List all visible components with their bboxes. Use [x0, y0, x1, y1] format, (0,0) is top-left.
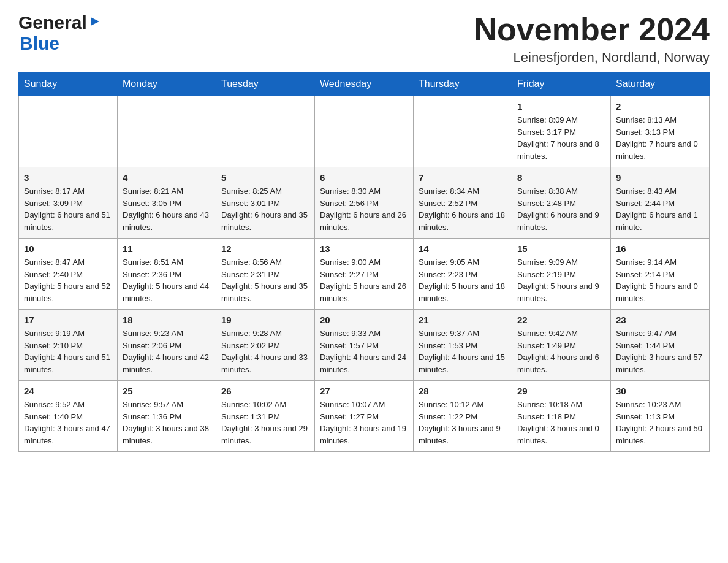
header-wednesday: Wednesday	[315, 72, 414, 96]
table-row: 27Sunrise: 10:07 AM Sunset: 1:27 PM Dayl…	[315, 381, 414, 452]
table-row: 11Sunrise: 8:51 AM Sunset: 2:36 PM Dayli…	[118, 239, 216, 310]
day-info: Sunrise: 8:34 AM Sunset: 2:52 PM Dayligh…	[419, 185, 507, 233]
table-row: 22Sunrise: 9:42 AM Sunset: 1:49 PM Dayli…	[512, 310, 611, 381]
day-number: 6	[320, 172, 408, 183]
table-row: 3Sunrise: 8:17 AM Sunset: 3:09 PM Daylig…	[19, 167, 118, 239]
day-number: 2	[616, 101, 704, 112]
header-saturday: Saturday	[611, 72, 710, 96]
calendar-row: 17Sunrise: 9:19 AM Sunset: 2:10 PM Dayli…	[19, 310, 710, 381]
table-row	[315, 96, 414, 167]
table-row: 23Sunrise: 9:47 AM Sunset: 1:44 PM Dayli…	[611, 310, 710, 381]
day-number: 25	[123, 386, 211, 396]
table-row: 4Sunrise: 8:21 AM Sunset: 3:05 PM Daylig…	[118, 167, 216, 239]
header-friday: Friday	[512, 72, 611, 96]
day-number: 3	[24, 172, 112, 183]
table-row: 6Sunrise: 8:30 AM Sunset: 2:56 PM Daylig…	[315, 167, 414, 239]
title-area: November 2024 Leinesfjorden, Nordland, N…	[474, 12, 710, 66]
day-number: 4	[123, 172, 211, 183]
day-info: Sunrise: 8:38 AM Sunset: 2:48 PM Dayligh…	[517, 185, 605, 233]
day-info: Sunrise: 9:28 AM Sunset: 2:02 PM Dayligh…	[221, 327, 309, 375]
day-number: 7	[419, 172, 507, 183]
day-info: Sunrise: 9:52 AM Sunset: 1:40 PM Dayligh…	[24, 399, 112, 446]
day-number: 24	[24, 386, 112, 396]
day-info: Sunrise: 9:42 AM Sunset: 1:49 PM Dayligh…	[517, 327, 605, 375]
table-row: 2Sunrise: 8:13 AM Sunset: 3:13 PM Daylig…	[611, 96, 710, 167]
table-row	[216, 96, 315, 167]
day-info: Sunrise: 8:47 AM Sunset: 2:40 PM Dayligh…	[24, 256, 112, 304]
header-monday: Monday	[118, 72, 216, 96]
header-sunday: Sunday	[19, 72, 118, 96]
day-number: 14	[419, 243, 507, 254]
table-row: 5Sunrise: 8:25 AM Sunset: 3:01 PM Daylig…	[216, 167, 315, 239]
day-number: 1	[517, 101, 605, 112]
table-row: 28Sunrise: 10:12 AM Sunset: 1:22 PM Dayl…	[414, 381, 512, 452]
day-info: Sunrise: 8:13 AM Sunset: 3:13 PM Dayligh…	[616, 114, 704, 162]
day-number: 22	[517, 315, 605, 325]
day-number: 26	[221, 386, 309, 396]
day-info: Sunrise: 9:37 AM Sunset: 1:53 PM Dayligh…	[419, 327, 507, 375]
day-number: 8	[517, 172, 605, 183]
day-number: 11	[123, 243, 211, 254]
logo-general-text: General	[18, 12, 87, 33]
table-row: 7Sunrise: 8:34 AM Sunset: 2:52 PM Daylig…	[414, 167, 512, 239]
day-info: Sunrise: 10:18 AM Sunset: 1:18 PM Daylig…	[517, 399, 605, 446]
location-subtitle: Leinesfjorden, Nordland, Norway	[474, 50, 710, 66]
day-number: 29	[517, 386, 605, 396]
day-info: Sunrise: 8:09 AM Sunset: 3:17 PM Dayligh…	[517, 114, 605, 162]
day-info: Sunrise: 9:00 AM Sunset: 2:27 PM Dayligh…	[320, 256, 408, 304]
day-info: Sunrise: 8:25 AM Sunset: 3:01 PM Dayligh…	[221, 185, 309, 233]
day-info: Sunrise: 8:21 AM Sunset: 3:05 PM Dayligh…	[123, 185, 211, 233]
day-info: Sunrise: 10:07 AM Sunset: 1:27 PM Daylig…	[320, 399, 408, 446]
day-number: 17	[24, 315, 112, 325]
day-number: 12	[221, 243, 309, 254]
calendar-row: 3Sunrise: 8:17 AM Sunset: 3:09 PM Daylig…	[19, 167, 710, 239]
day-info: Sunrise: 10:23 AM Sunset: 1:13 PM Daylig…	[616, 399, 704, 446]
table-row: 18Sunrise: 9:23 AM Sunset: 2:06 PM Dayli…	[118, 310, 216, 381]
month-title: November 2024	[474, 12, 710, 47]
table-row: 1Sunrise: 8:09 AM Sunset: 3:17 PM Daylig…	[512, 96, 611, 167]
day-info: Sunrise: 9:33 AM Sunset: 1:57 PM Dayligh…	[320, 327, 408, 375]
table-row: 21Sunrise: 9:37 AM Sunset: 1:53 PM Dayli…	[414, 310, 512, 381]
table-row: 12Sunrise: 8:56 AM Sunset: 2:31 PM Dayli…	[216, 239, 315, 310]
table-row: 24Sunrise: 9:52 AM Sunset: 1:40 PM Dayli…	[19, 381, 118, 452]
table-row	[414, 96, 512, 167]
calendar-table: Sunday Monday Tuesday Wednesday Thursday…	[18, 72, 710, 452]
table-row: 17Sunrise: 9:19 AM Sunset: 2:10 PM Dayli…	[19, 310, 118, 381]
day-number: 19	[221, 315, 309, 325]
day-number: 20	[320, 315, 408, 325]
table-row: 25Sunrise: 9:57 AM Sunset: 1:36 PM Dayli…	[118, 381, 216, 452]
day-number: 15	[517, 243, 605, 254]
calendar-row: 10Sunrise: 8:47 AM Sunset: 2:40 PM Dayli…	[19, 239, 710, 310]
table-row: 15Sunrise: 9:09 AM Sunset: 2:19 PM Dayli…	[512, 239, 611, 310]
page-header: General Blue November 2024 Leinesfjorden…	[18, 12, 710, 66]
table-row: 14Sunrise: 9:05 AM Sunset: 2:23 PM Dayli…	[414, 239, 512, 310]
day-number: 13	[320, 243, 408, 254]
table-row: 30Sunrise: 10:23 AM Sunset: 1:13 PM Dayl…	[611, 381, 710, 452]
day-info: Sunrise: 9:09 AM Sunset: 2:19 PM Dayligh…	[517, 256, 605, 304]
day-info: Sunrise: 8:30 AM Sunset: 2:56 PM Dayligh…	[320, 185, 408, 233]
day-number: 27	[320, 386, 408, 396]
day-info: Sunrise: 9:23 AM Sunset: 2:06 PM Dayligh…	[123, 327, 211, 375]
table-row: 16Sunrise: 9:14 AM Sunset: 2:14 PM Dayli…	[611, 239, 710, 310]
logo: General Blue	[18, 12, 102, 54]
day-info: Sunrise: 10:12 AM Sunset: 1:22 PM Daylig…	[419, 399, 507, 446]
calendar-row: 24Sunrise: 9:52 AM Sunset: 1:40 PM Dayli…	[19, 381, 710, 452]
day-number: 5	[221, 172, 309, 183]
table-row: 20Sunrise: 9:33 AM Sunset: 1:57 PM Dayli…	[315, 310, 414, 381]
table-row: 26Sunrise: 10:02 AM Sunset: 1:31 PM Dayl…	[216, 381, 315, 452]
day-info: Sunrise: 8:17 AM Sunset: 3:09 PM Dayligh…	[24, 185, 112, 233]
day-number: 9	[616, 172, 704, 183]
weekday-header-row: Sunday Monday Tuesday Wednesday Thursday…	[19, 72, 710, 96]
calendar-row: 1Sunrise: 8:09 AM Sunset: 3:17 PM Daylig…	[19, 96, 710, 167]
table-row	[19, 96, 118, 167]
day-info: Sunrise: 9:47 AM Sunset: 1:44 PM Dayligh…	[616, 327, 704, 375]
table-row: 19Sunrise: 9:28 AM Sunset: 2:02 PM Dayli…	[216, 310, 315, 381]
day-info: Sunrise: 9:19 AM Sunset: 2:10 PM Dayligh…	[24, 327, 112, 375]
day-number: 10	[24, 243, 112, 254]
table-row: 9Sunrise: 8:43 AM Sunset: 2:44 PM Daylig…	[611, 167, 710, 239]
day-info: Sunrise: 9:05 AM Sunset: 2:23 PM Dayligh…	[419, 256, 507, 304]
day-number: 28	[419, 386, 507, 396]
day-info: Sunrise: 8:51 AM Sunset: 2:36 PM Dayligh…	[123, 256, 211, 304]
svg-marker-0	[91, 17, 99, 26]
day-number: 18	[123, 315, 211, 325]
